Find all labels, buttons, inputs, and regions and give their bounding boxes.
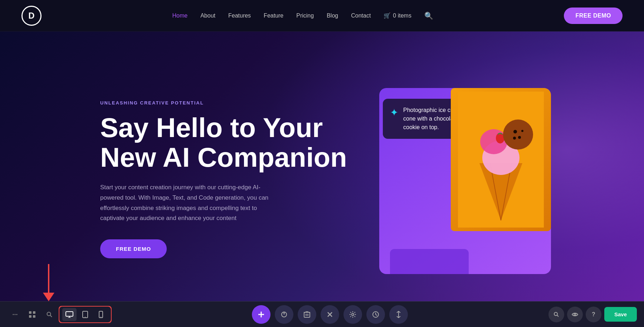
device-view-group [59,306,112,323]
svg-rect-26 [99,311,103,318]
hero-image-area: ✦ Photographic ice cream cone with a cho… [379,81,558,278]
nav-link-home[interactable]: Home [172,13,187,19]
nav-item-about[interactable]: About [200,13,215,19]
search-icon[interactable]: 🔍 [424,11,433,20]
ice-cream-visual [451,88,551,231]
svg-rect-15 [29,311,31,314]
ice-cream-svg [458,92,544,228]
close-button[interactable] [321,305,339,324]
nav-item-blog[interactable]: Blog [327,13,338,19]
arrange-icon [395,311,402,318]
zoom-button[interactable] [548,307,564,322]
nav-item-home[interactable]: Home [172,13,187,19]
hero-section: UNLEASHING CREATIVE POTENTIAL Say Hello … [0,31,644,327]
cart-button[interactable]: 🛒 0 items [384,12,411,19]
hero-cta-button[interactable]: FREE DEMO [100,239,167,258]
clock-icon [372,311,379,318]
free-demo-button[interactable]: FREE DEMO [564,8,623,24]
svg-point-12 [13,314,14,315]
nav-link-about[interactable]: About [200,13,215,19]
cart-icon: 🛒 [384,12,391,19]
svg-point-11 [513,137,516,140]
nav-item-contact[interactable]: Contact [351,13,371,19]
cart-count: 0 items [393,13,411,19]
power-icon [280,311,288,318]
toolbar-right: ? Save [548,307,637,322]
svg-line-20 [50,315,52,317]
eye-icon [572,312,578,317]
svg-point-27 [101,317,101,317]
nav-item-pricing[interactable]: Pricing [296,13,314,19]
logo-letter: D [28,11,34,21]
save-button[interactable]: Save [604,307,637,322]
svg-rect-24 [83,311,88,318]
hero-eyebrow: UNLEASHING CREATIVE POTENTIAL [100,100,351,106]
svg-line-43 [557,315,558,317]
trash-icon [304,311,310,318]
bottom-toolbar: ? Save [0,301,644,327]
svg-point-14 [16,314,18,315]
toolbar-search-button[interactable] [42,307,57,322]
svg-point-10 [521,130,523,132]
hero-content: UNLEASHING CREATIVE POTENTIAL Say Hello … [100,100,351,259]
svg-point-8 [513,130,517,133]
logo[interactable]: D [21,6,42,26]
history-button[interactable] [366,305,385,324]
svg-point-9 [518,136,521,139]
navbar: D Home About Features Feature Pricing Bl… [0,0,644,31]
hero-description: Start your content creation journey with… [100,182,279,224]
nav-link-blog[interactable]: Blog [327,13,338,19]
mobile-icon [99,311,103,318]
toolbar-center [252,305,408,324]
svg-rect-16 [33,311,35,314]
toolbar-left [7,306,112,323]
delete-button[interactable] [298,305,316,324]
svg-point-19 [47,312,51,316]
plus-icon [258,311,265,318]
hero-title: Say Hello to Your New AI Companion [100,113,351,172]
svg-point-44 [574,313,576,315]
svg-point-42 [554,312,557,316]
desktop-view-button[interactable] [62,308,77,321]
svg-point-13 [15,314,16,315]
preview-button[interactable] [567,307,583,322]
zoom-icon [553,312,559,317]
nav-link-feature[interactable]: Feature [264,13,283,19]
tablet-view-button[interactable] [78,308,92,321]
svg-point-25 [85,317,86,317]
search-icon [46,311,53,318]
nav-link-contact[interactable]: Contact [351,13,371,19]
ice-cream-image [451,88,551,231]
question-mark: ? [592,311,595,318]
nav-links-group: Home About Features Feature Pricing Blog… [172,11,433,20]
help-button[interactable]: ? [586,307,601,322]
desktop-icon [65,311,73,318]
x-icon [327,312,333,317]
nav-links: Home About Features Feature Pricing Blog… [172,13,371,19]
toolbar-grid-button[interactable] [24,307,40,322]
svg-rect-21 [66,312,73,316]
ai-star-icon: ✦ [390,107,398,118]
svg-rect-17 [29,315,31,318]
mobile-view-button[interactable] [94,308,108,321]
power-button[interactable] [275,305,293,324]
grid-icon [29,311,36,318]
svg-point-39 [352,313,354,316]
settings-button[interactable] [343,305,362,324]
nav-item-features[interactable]: Features [228,13,251,19]
hero-card-bottom [390,249,469,274]
nav-link-pricing[interactable]: Pricing [296,13,314,19]
add-button[interactable] [252,305,270,324]
gear-icon [349,311,356,318]
svg-rect-18 [33,315,35,318]
tablet-icon [82,311,88,318]
arrange-button[interactable] [389,305,408,324]
dots-icon [12,311,18,318]
toolbar-menu-button[interactable] [7,307,23,322]
nav-item-feature[interactable]: Feature [264,13,283,19]
nav-link-features[interactable]: Features [228,13,251,19]
svg-point-7 [503,119,533,150]
hero-card-main: ✦ Photographic ice cream cone with a cho… [379,88,551,274]
